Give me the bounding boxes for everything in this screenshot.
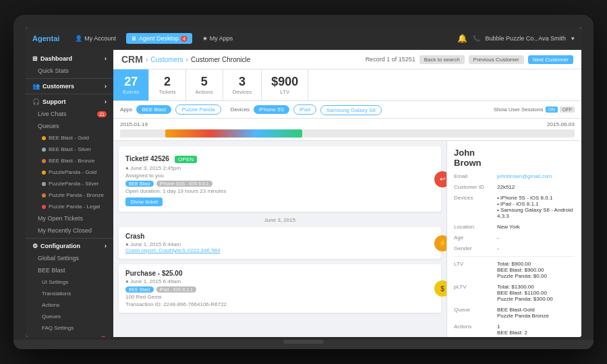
sidebar-item-bee-blast-gold[interactable]: BEE Blast - Gold [26, 132, 113, 144]
email-value: johnbrown@gmail.com [497, 173, 575, 179]
sidebar-item-queues[interactable]: Queues [26, 120, 113, 132]
record-text: Record 1 of 15251 [366, 56, 415, 63]
account-icon: 👤 [75, 35, 82, 42]
ticket-tag-bee: BEE Blast [125, 181, 154, 187]
sidebar-item-customers[interactable]: 👥 Customers › [26, 80, 113, 92]
crash-link[interactable]: Crash report: CrashlyticS #222.346.584 [125, 247, 434, 253]
timeline-end: 2015-06-03 [547, 121, 575, 127]
events-label: Events [123, 89, 139, 95]
sidebar-item-support[interactable]: 🎧 Support › [26, 96, 113, 108]
nav-agent-desktop[interactable]: 🖥 Agent Desktop 4 [126, 33, 192, 44]
location-label: Location [454, 224, 494, 230]
sidebar-item-puzzle-panda-legal[interactable]: Puzzle Panda - Legal [26, 201, 113, 212]
sidebar-item-my-recently-closed[interactable]: My Recently Closed [26, 224, 113, 237]
dot-gold-icon [42, 136, 46, 140]
toggle-on-button[interactable]: ON [546, 107, 558, 113]
customer-name: John Brown [454, 148, 575, 168]
list-item: Ticket# 42526 OPEN ● June 3, 2015 2:45pm… [119, 146, 441, 212]
actions-info-value: 1BEE Blast: 2Puzzle Panda: 2 [497, 324, 575, 337]
list-item: Purchase - $25.00 ● June 1, 2015 6:46am … [119, 264, 441, 313]
chevron-right-icon-3: › [105, 98, 107, 105]
dot-bronze-icon [42, 159, 46, 163]
sidebar-item-puzzle-panda-silver[interactable]: PuzzlePanda - Silver [26, 178, 113, 189]
customers-link[interactable]: Customers [150, 56, 183, 63]
timeline-dates: 2015-01-19 2015-06-03 [120, 121, 575, 127]
chevron-right-icon-4: › [105, 243, 107, 249]
list-item: Crash ● June 1, 2015 6:44am Crash report… [119, 227, 441, 259]
purchase-action-button[interactable]: $ [434, 280, 446, 297]
feed-body-ticket: Ticket# 42526 OPEN ● June 3, 2015 2:45pm… [125, 152, 434, 206]
sidebar-item-puzzle-panda-gold[interactable]: PuzzlePanda - Gold [26, 166, 113, 178]
devices-info-label: Devices [454, 195, 494, 219]
laptop: Agentai 👤 My Account 🖥 Agent Desktop 4 ★… [13, 15, 594, 349]
apps-label: Apps [120, 107, 132, 113]
ltv-number: $900 [271, 75, 298, 89]
sidebar-item-bee-blast-bronze[interactable]: BEE Blast - Bronze [26, 155, 113, 166]
back-to-search-button[interactable]: Back to search [420, 55, 465, 64]
actions-label: Actions [196, 89, 213, 95]
tag-samsung-s6[interactable]: Samsung Galaxy S6 [320, 105, 382, 115]
info-row-devices: Devices • iPhone 5S - iOS 8.0.1 • iPad -… [454, 195, 575, 219]
nav-my-apps[interactable]: ★ My Apps [198, 33, 238, 44]
timeline-bar[interactable] [120, 129, 575, 138]
tickets-number: 2 [158, 75, 175, 89]
actions-number: 5 [196, 75, 213, 89]
content-area: CRM › Customers › Customer Chronicle Rec… [113, 50, 581, 337]
customer-id-label: Customer ID [454, 184, 494, 190]
tag-ipad[interactable]: iPad [293, 104, 316, 115]
nav-my-account[interactable]: 👤 My Account [70, 33, 121, 44]
sidebar-item-actions[interactable]: Actions [26, 299, 113, 311]
sidebar: ⊞ Dashboard › Quick Stats 👥 Customers › [26, 50, 113, 337]
stat-actions: 5 Actions [186, 69, 223, 100]
sidebar-item-puzzle-panda-bronze[interactable]: Puzzle Panda - Bronze [26, 189, 113, 201]
info-row-queue: Queue BEE Blast-GoldPuzzle Panda Bronze [454, 307, 575, 319]
stat-devices: 3 Devices [223, 69, 262, 100]
devices-label: Devices [233, 89, 252, 95]
ltv-label: LTV [271, 89, 298, 95]
ticket-tags: BEE Blast iPhone 3GS - iOS 9.0.1 [125, 181, 434, 187]
tag-puzzle-panda[interactable]: Puzzle Panda [175, 104, 221, 115]
sidebar-item-faq[interactable]: FAQ Settings [26, 322, 113, 334]
sidebar-item-quick-stats[interactable]: Quick Stats [26, 65, 113, 77]
laptop-base [13, 340, 594, 349]
show-sessions-label: Show User Sessions [494, 107, 544, 113]
feed-item-header-crash: Crash ● June 1, 2015 6:44am Crash report… [125, 233, 434, 253]
sidebar-item-vip[interactable]: VIPLounge 1 [26, 334, 113, 337]
info-row-age: Age - [454, 235, 575, 241]
ticket-action-button[interactable]: ↩ [434, 171, 446, 187]
sidebar-item-configuration[interactable]: ⚙ Configuration › [26, 240, 113, 252]
age-value: - [497, 235, 575, 241]
sidebar-item-bee-blast[interactable]: BEE Blast [26, 264, 113, 276]
purchase-tags: BEE Blast iPad - iOS 8.1.1 [125, 286, 434, 293]
sidebar-item-my-open-tickets[interactable]: My Open Tickets [26, 212, 113, 224]
filter-section: Apps BEE Blast Puzzle Panda Devices iPho… [113, 101, 581, 119]
sidebar-item-global-settings[interactable]: Global Settings [26, 252, 113, 264]
sidebar-item-bee-blast-silver[interactable]: BEE Blast - Silver [26, 144, 113, 155]
timeline-start: 2015-01-19 [120, 121, 148, 127]
stats-row: 27 Events 2 Tickets 5 Actions 3 Devices [113, 69, 581, 101]
sidebar-item-queues-config[interactable]: Queues [26, 311, 113, 322]
show-ticket-button[interactable]: Show ticket [125, 198, 163, 206]
toggle-off-button[interactable]: OFF [560, 107, 575, 113]
pltv-label: pLTV [454, 284, 494, 302]
purchase-title: Purchase - $25.00 [125, 270, 434, 277]
age-label: Age [454, 235, 494, 241]
sidebar-item-dashboard[interactable]: ⊞ Dashboard › [26, 53, 113, 65]
ticket-open-badge: OPEN [175, 156, 197, 163]
sidebar-item-live-chats[interactable]: Live Chats 21 [26, 108, 113, 120]
bell-icon: 🔔 [457, 34, 467, 43]
info-row-pltv: pLTV Total: $1300.00 BEE Blast: $1100.00… [454, 284, 575, 302]
info-row-location: Location New York [454, 224, 575, 230]
crash-action-button[interactable]: ⚡ [434, 235, 446, 251]
gear-icon: ⚙ [32, 243, 38, 249]
tag-iphone5s[interactable]: iPhone 5S [254, 105, 289, 114]
sidebar-item-ui-settings[interactable]: UI Settings [26, 276, 113, 288]
crash-date: ● June 1, 2015 6:44am [125, 241, 434, 247]
tag-bee-blast[interactable]: BEE Blast [136, 105, 171, 114]
devices-number: 3 [233, 75, 252, 89]
next-customer-button[interactable]: Next Customer [528, 55, 573, 64]
sidebar-section-main: ⊞ Dashboard › Quick Stats 👥 Customers › [26, 50, 113, 337]
divider-3 [26, 238, 113, 239]
previous-customer-button[interactable]: Previous Customer [469, 55, 524, 64]
sidebar-item-translations[interactable]: Translations [26, 288, 113, 299]
